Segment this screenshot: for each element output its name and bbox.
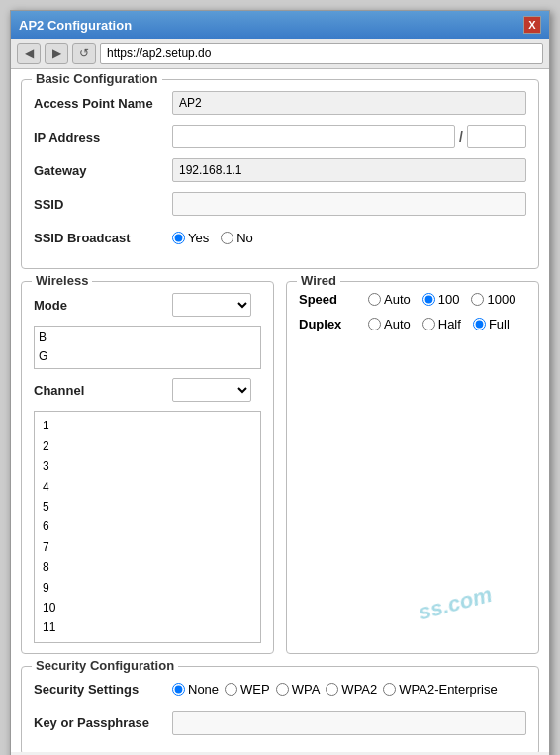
gateway-label: Gateway: [34, 163, 172, 178]
key-passphrase-label: Key or Passphrase: [34, 715, 172, 730]
gateway-input[interactable]: [172, 158, 526, 182]
gateway-row: Gateway: [34, 157, 526, 183]
ssid-broadcast-options: Yes No: [172, 231, 253, 245]
security-wep[interactable]: WEP: [225, 682, 270, 697]
channel-5[interactable]: 5: [43, 497, 252, 517]
titlebar-close-button[interactable]: X: [523, 16, 541, 34]
channel-8[interactable]: 8: [43, 557, 252, 577]
security-options: None WEP WPA WPA2: [172, 682, 498, 697]
ssid-broadcast-label: SSID Broadcast: [34, 231, 172, 245]
security-none[interactable]: None: [172, 682, 219, 697]
speed-options: Auto 100 1000: [368, 292, 515, 307]
mode-select[interactable]: [172, 293, 251, 317]
speed-100[interactable]: 100: [422, 292, 460, 307]
ip-separator: /: [459, 129, 463, 144]
ip-address-row: IP Address /: [34, 124, 526, 149]
speed-row: Speed Auto 100 1000: [299, 292, 526, 307]
back-button[interactable]: ◀: [17, 43, 41, 64]
ssid-broadcast-yes[interactable]: Yes: [172, 231, 209, 245]
titlebar: AP2 Configuration X: [11, 11, 549, 39]
mode-label: Mode: [34, 298, 172, 313]
wireless-section: Wireless Mode B G Channel: [21, 281, 274, 654]
wireless-wired-columns: Wireless Mode B G Channel: [21, 281, 539, 654]
window-title: AP2 Configuration: [19, 18, 132, 33]
speed-auto[interactable]: Auto: [368, 292, 411, 307]
access-point-name-label: Access Point Name: [34, 96, 172, 111]
duplex-label: Duplex: [299, 317, 368, 331]
access-point-name-input[interactable]: [172, 91, 526, 115]
access-point-name-row: Access Point Name: [34, 90, 526, 116]
security-settings-row: Security Settings None WEP WPA: [34, 677, 526, 703]
channel-11[interactable]: 11: [43, 617, 252, 637]
duplex-options: Auto Half Full: [368, 317, 510, 331]
ssid-row: SSID: [34, 191, 526, 217]
channel-4[interactable]: 4: [43, 477, 252, 497]
channel-label: Channel: [34, 383, 172, 398]
url-bar[interactable]: [100, 43, 543, 64]
duplex-row: Duplex Auto Half Full: [299, 317, 526, 331]
security-section: Security Configuration Security Settings…: [21, 666, 539, 752]
basic-section-title: Basic Configuration: [32, 71, 162, 86]
ssid-label: SSID: [34, 197, 172, 212]
channel-2[interactable]: 2: [43, 436, 252, 456]
channel-10[interactable]: 10: [43, 598, 252, 617]
channel-row: Channel: [34, 377, 261, 403]
mode-row: Mode: [34, 292, 261, 318]
content-area: Basic Configuration Access Point Name IP…: [11, 69, 549, 752]
channel-listbox[interactable]: 1 2 3 4 5 6 7 8 9 10 11: [34, 411, 261, 642]
wired-section-title: Wired: [297, 273, 340, 288]
ip-address-label: IP Address: [34, 130, 172, 144]
refresh-button[interactable]: ↺: [72, 43, 96, 64]
mode-listbox[interactable]: B G: [34, 326, 261, 369]
ip-row: /: [172, 125, 526, 148]
ssid-input[interactable]: [172, 192, 526, 216]
duplex-full[interactable]: Full: [473, 317, 510, 331]
key-passphrase-row: Key or Passphrase: [34, 710, 526, 736]
ssid-broadcast-no[interactable]: No: [221, 231, 253, 245]
ssid-broadcast-row: SSID Broadcast Yes No: [34, 225, 526, 250]
security-wpa[interactable]: WPA: [276, 682, 321, 697]
security-wpa2-enterprise[interactable]: WPA2-Enterprise: [383, 682, 497, 697]
wireless-section-title: Wireless: [32, 273, 92, 288]
channel-9[interactable]: 9: [43, 578, 252, 598]
security-section-title: Security Configuration: [32, 658, 178, 673]
channel-select[interactable]: [172, 378, 251, 402]
key-passphrase-input[interactable]: [172, 711, 526, 735]
channel-1[interactable]: 1: [43, 416, 252, 435]
toolbar: ◀ ▶ ↺: [11, 39, 549, 69]
basic-config-section: Basic Configuration Access Point Name IP…: [21, 79, 539, 269]
speed-1000[interactable]: 1000: [471, 292, 515, 307]
duplex-half[interactable]: Half: [422, 317, 461, 331]
forward-button[interactable]: ▶: [45, 43, 68, 64]
wired-section: Wired Speed Auto 100: [286, 281, 539, 654]
channel-3[interactable]: 3: [43, 456, 252, 476]
duplex-auto[interactable]: Auto: [368, 317, 411, 331]
mode-option-b[interactable]: B: [39, 329, 256, 347]
channel-7[interactable]: 7: [43, 537, 252, 557]
main-window: AP2 Configuration X ◀ ▶ ↺ Basic Configur…: [10, 10, 550, 755]
speed-label: Speed: [299, 292, 368, 307]
security-settings-label: Security Settings: [34, 682, 172, 697]
channel-6[interactable]: 6: [43, 517, 252, 536]
security-wpa2[interactable]: WPA2: [326, 682, 377, 697]
ip-address-input[interactable]: [172, 125, 455, 148]
ip-subnet-input[interactable]: [467, 125, 526, 148]
mode-option-g[interactable]: G: [39, 347, 256, 366]
